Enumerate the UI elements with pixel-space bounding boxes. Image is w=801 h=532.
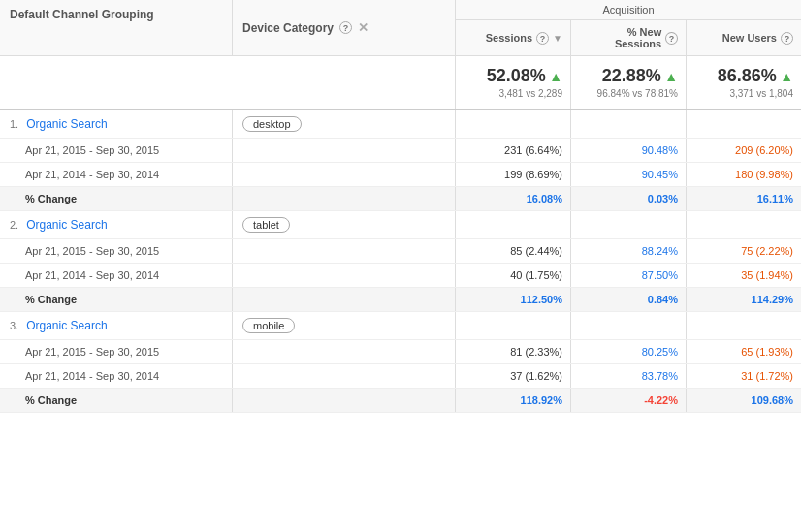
summary-new-sessions: 22.88% ▲ 96.84% vs 78.81% — [571, 56, 687, 109]
date1-device-cell-3 — [233, 340, 456, 363]
summary-new-users-value: 86.86% ▲ — [694, 66, 793, 86]
acq-cells-date2-3: 37 (1.62%) 83.78% 31 (1.72%) — [456, 364, 801, 388]
change-device-cell-2 — [233, 288, 456, 311]
device-cell-3: mobile — [233, 312, 456, 339]
chg-sessions-3: 118.92% — [456, 389, 571, 412]
chg-new-users-3: 109.68% — [687, 389, 801, 412]
date2-label-3: Apr 21, 2014 - Sep 30, 2014 — [10, 370, 159, 382]
device-cell-2: tablet — [233, 211, 456, 238]
summary-sessions: 52.08% ▲ 3,481 vs 2,289 — [456, 56, 571, 109]
new-sessions-label: % New Sessions — [579, 26, 661, 49]
date1-row-1: Apr 21, 2015 - Sep 30, 2015 231 (6.64%) … — [0, 139, 801, 163]
new-sessions-channel-2 — [571, 211, 687, 238]
summary-row: 52.08% ▲ 3,481 vs 2,289 22.88% ▲ 96.84% … — [0, 56, 801, 110]
summary-new-sessions-vs: 96.84% vs 78.81% — [579, 88, 678, 99]
date1-label-3: Apr 21, 2015 - Sep 30, 2015 — [10, 346, 159, 358]
change-row-2: % Change 112.50% 0.84% 114.29% — [0, 288, 801, 312]
change-channel-cell-1: % Change — [0, 187, 233, 210]
device-badge-3: mobile — [242, 318, 295, 333]
acq-cells-channel-2 — [456, 211, 801, 238]
new-users-label: New Users — [722, 32, 777, 44]
row-num-2: 2. — [10, 219, 18, 231]
date2-channel-cell-3: Apr 21, 2014 - Sep 30, 2014 — [0, 364, 233, 388]
row-num-3: 3. — [10, 320, 18, 331]
acq-cells-channel-1 — [456, 110, 801, 138]
chg-new-users-2: 114.29% — [687, 288, 801, 311]
summary-new-sessions-pct: 22.88% — [602, 66, 661, 85]
date2-row-3: Apr 21, 2014 - Sep 30, 2014 37 (1.62%) 8… — [0, 364, 801, 389]
acq-cells-change-1: 16.08% 0.03% 16.11% — [456, 187, 801, 210]
acq-cells-channel-3 — [456, 312, 801, 339]
chg-sessions-2: 112.50% — [456, 288, 571, 311]
date1-channel-cell-3: Apr 21, 2015 - Sep 30, 2015 — [0, 340, 233, 363]
summary-new-users-pct: 86.86% — [718, 66, 777, 85]
date2-channel-cell-1: Apr 21, 2014 - Sep 30, 2014 — [0, 163, 233, 186]
summary-left-empty — [0, 56, 456, 109]
sessions-channel-1 — [456, 110, 571, 138]
channel-row-3: 3. Organic Search mobile — [0, 312, 801, 340]
date2-label-2: Apr 21, 2014 - Sep 30, 2014 — [10, 269, 159, 281]
new-users-col-header: New Users ? — [687, 20, 801, 55]
summary-cols: 52.08% ▲ 3,481 vs 2,289 22.88% ▲ 96.84% … — [456, 56, 801, 109]
date1-device-cell-1 — [233, 139, 456, 162]
change-row-3: % Change 118.92% -4.22% 109.68% — [0, 389, 801, 413]
chg-new-users-1: 16.11% — [687, 187, 801, 210]
d2-sessions-2: 40 (1.75%) — [456, 264, 571, 287]
sessions-col-header: Sessions ? ▼ — [456, 20, 571, 55]
channel-link-1[interactable]: Organic Search — [26, 117, 107, 131]
acquisition-header-label: Acquisition — [456, 0, 801, 20]
d2-new-sessions-1: 90.45% — [571, 163, 687, 186]
sessions-label: Sessions — [486, 32, 532, 44]
device-cell-1: desktop — [233, 110, 456, 138]
d1-new-sessions-3: 80.25% — [571, 340, 687, 363]
d1-new-sessions-2: 88.24% — [571, 239, 687, 263]
channel-link-2[interactable]: Organic Search — [26, 218, 107, 232]
new-users-help-icon[interactable]: ? — [781, 32, 793, 45]
summary-sessions-pct: 52.08% — [487, 66, 546, 85]
data-rows-container: 1. Organic Search desktop Apr 21, 2015 -… — [0, 110, 801, 413]
d1-new-users-2: 75 (2.22%) — [687, 239, 801, 263]
date2-device-cell-3 — [233, 364, 456, 388]
d2-new-users-3: 31 (1.72%) — [687, 364, 801, 388]
acq-cells-date2-2: 40 (1.75%) 87.50% 35 (1.94%) — [456, 264, 801, 287]
summary-new-users-vs: 3,371 vs 1,804 — [694, 88, 793, 99]
summary-new-users: 86.86% ▲ 3,371 vs 1,804 — [687, 56, 801, 109]
change-device-cell-1 — [233, 187, 456, 210]
d1-new-users-1: 209 (6.20%) — [687, 139, 801, 162]
change-device-cell-3 — [233, 389, 456, 412]
channel-cell-2: 2. Organic Search — [0, 211, 233, 238]
analytics-table: Default Channel Grouping Device Category… — [0, 0, 801, 413]
chg-new-sessions-1: 0.03% — [571, 187, 687, 210]
new-sessions-channel-1 — [571, 110, 687, 138]
row-num-1: 1. — [10, 118, 18, 130]
d1-new-users-3: 65 (1.93%) — [687, 340, 801, 363]
new-sessions-help-icon[interactable]: ? — [665, 32, 678, 45]
change-channel-cell-3: % Change — [0, 389, 233, 412]
summary-new-sessions-value: 22.88% ▲ — [579, 66, 678, 86]
device-header-label: Device Category — [242, 21, 334, 35]
chg-new-sessions-3: -4.22% — [571, 389, 687, 412]
date1-channel-cell-1: Apr 21, 2015 - Sep 30, 2015 — [0, 139, 233, 162]
summary-new-users-arrow: ▲ — [780, 69, 793, 84]
date2-row-2: Apr 21, 2014 - Sep 30, 2014 40 (1.75%) 8… — [0, 264, 801, 288]
sessions-channel-2 — [456, 211, 571, 238]
d2-new-sessions-2: 87.50% — [571, 264, 687, 287]
acquisition-cols: Sessions ? ▼ % New Sessions ? New Users … — [456, 20, 801, 55]
date2-device-cell-2 — [233, 264, 456, 287]
device-close-icon[interactable]: ✕ — [358, 21, 368, 34]
acq-cells-change-2: 112.50% 0.84% 114.29% — [456, 288, 801, 311]
device-help-icon[interactable]: ? — [339, 21, 352, 34]
channel-cell-3: 3. Organic Search — [0, 312, 233, 339]
d1-new-sessions-1: 90.48% — [571, 139, 687, 162]
summary-sessions-value: 52.08% ▲ — [464, 66, 562, 86]
summary-sessions-arrow: ▲ — [549, 69, 562, 84]
sessions-sort-icon[interactable]: ▼ — [553, 33, 562, 44]
acq-cells-date2-1: 199 (8.69%) 90.45% 180 (9.98%) — [456, 163, 801, 186]
date1-row-3: Apr 21, 2015 - Sep 30, 2015 81 (2.33%) 8… — [0, 340, 801, 364]
new-users-channel-2 — [687, 211, 801, 238]
date2-row-1: Apr 21, 2014 - Sep 30, 2014 199 (8.69%) … — [0, 163, 801, 187]
channel-link-3[interactable]: Organic Search — [26, 319, 107, 332]
device-header: Device Category ? ✕ — [233, 0, 456, 55]
acq-cells-date1-2: 85 (2.44%) 88.24% 75 (2.22%) — [456, 239, 801, 263]
sessions-help-icon[interactable]: ? — [536, 32, 549, 45]
